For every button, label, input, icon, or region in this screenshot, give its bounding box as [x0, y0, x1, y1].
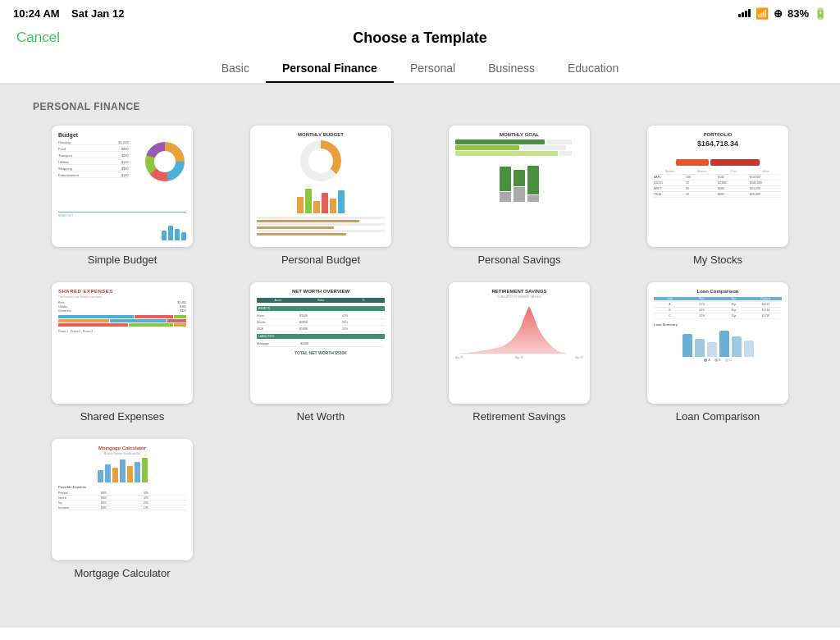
template-item-mortgage-calculator[interactable]: Mortgage Calculator Monthly Payment Brea…: [33, 439, 212, 579]
template-thumb-loan-comparison: Loan Comparison Loan Rate Term Payment A…: [647, 282, 788, 404]
template-item-personal-budget[interactable]: MONTHLY BUDGET: [231, 126, 410, 266]
template-label-retirement-savings: Retirement Savings: [472, 410, 565, 423]
battery-icon: 🔋: [814, 7, 827, 20]
template-label-net-worth: Net Worth: [297, 410, 345, 423]
main-content: PERSONAL FINANCE Budget Housing$1,200 Fo…: [0, 85, 840, 628]
date-display: Sat Jan 12: [71, 7, 124, 20]
template-item-personal-savings[interactable]: MONTHLY GOAL: [430, 126, 609, 266]
template-label-personal-savings: Personal Savings: [477, 254, 560, 266]
template-item-simple-budget[interactable]: Budget Housing$1,200 Food$400 Transport$…: [33, 126, 212, 266]
wifi-icon: 📶: [756, 7, 769, 20]
template-label-loan-comparison: Loan Comparison: [676, 410, 760, 423]
template-thumb-net-worth: NET WORTH OVERVIEW Asset Value % ASSETS: [250, 282, 391, 404]
template-grid: Budget Housing$1,200 Food$400 Transport$…: [33, 126, 807, 579]
tab-bar: Basic Personal Finance Personal Business…: [0, 55, 840, 84]
template-label-shared-expenses: Shared Expenses: [80, 410, 165, 423]
header: Cancel Choose a Template Basic Personal …: [0, 23, 840, 85]
template-thumb-personal-savings: MONTHLY GOAL: [449, 126, 590, 247]
status-right: 📶 ⊕ 83% 🔋: [738, 7, 827, 20]
template-label-simple-budget: Simple Budget: [88, 254, 158, 266]
location-icon: ⊕: [774, 7, 783, 20]
template-thumb-retirement-savings: RETIREMENT SAVINGS CUMULATIVE RETIREMENT…: [449, 282, 590, 404]
template-thumb-simple-budget: Budget Housing$1,200 Food$400 Transport$…: [52, 126, 193, 247]
template-item-my-stocks[interactable]: PORTFOLIO $164,718.34 Symbol Shares Pric…: [628, 126, 807, 266]
cancel-button[interactable]: Cancel: [16, 30, 60, 46]
tab-personal[interactable]: Personal: [394, 55, 472, 83]
template-thumb-mortgage-calculator: Mortgage Calculator Monthly Payment Brea…: [52, 439, 193, 560]
tab-education[interactable]: Education: [551, 55, 635, 83]
template-item-net-worth[interactable]: NET WORTH OVERVIEW Asset Value % ASSETS: [231, 282, 410, 423]
section-title: PERSONAL FINANCE: [33, 101, 807, 112]
template-label-my-stocks: My Stocks: [693, 254, 742, 266]
signal-icon: [738, 9, 751, 17]
status-time: 10:24 AM Sat Jan 12: [13, 7, 124, 20]
template-item-shared-expenses[interactable]: SHARED EXPENSES Track shared costs betwe…: [33, 282, 212, 423]
tab-personal-finance[interactable]: Personal Finance: [266, 55, 394, 83]
tab-basic[interactable]: Basic: [205, 55, 266, 83]
status-bar: 10:24 AM Sat Jan 12 📶 ⊕ 83% 🔋: [0, 0, 840, 23]
battery-display: 83%: [788, 7, 809, 20]
page-title: Choose a Template: [0, 30, 840, 55]
template-item-loan-comparison[interactable]: Loan Comparison Loan Rate Term Payment A…: [628, 282, 807, 423]
template-thumb-my-stocks: PORTFOLIO $164,718.34 Symbol Shares Pric…: [647, 126, 788, 247]
template-thumb-personal-budget: MONTHLY BUDGET: [250, 126, 391, 247]
template-item-retirement-savings[interactable]: RETIREMENT SAVINGS CUMULATIVE RETIREMENT…: [430, 282, 609, 423]
template-label-personal-budget: Personal Budget: [281, 254, 360, 266]
time-display: 10:24 AM: [13, 7, 60, 20]
template-thumb-shared-expenses: SHARED EXPENSES Track shared costs betwe…: [52, 282, 193, 404]
tab-business[interactable]: Business: [472, 55, 551, 83]
template-label-mortgage-calculator: Mortgage Calculator: [74, 567, 170, 579]
